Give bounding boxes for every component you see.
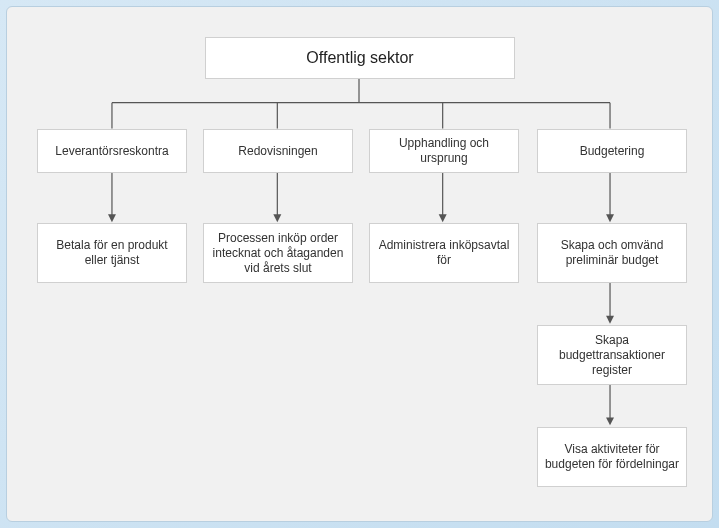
- node-accounts-payable: Leverantörsreskontra: [37, 129, 187, 173]
- node-admin-purchase-agreements: Administrera inköpsavtal för: [369, 223, 519, 283]
- svg-marker-17: [606, 417, 614, 425]
- node-create-budget-register: Skapa budgettransaktioner register: [537, 325, 687, 385]
- node-root: Offentlig sektor: [205, 37, 515, 79]
- node-procurement-sourcing: Upphandling och ursprung: [369, 129, 519, 173]
- diagram-canvas: Offentlig sektor Leverantörsreskontra Be…: [6, 6, 713, 522]
- svg-marker-15: [606, 316, 614, 324]
- svg-marker-13: [606, 214, 614, 222]
- node-pay-product-service: Betala för en produkt eller tjänst: [37, 223, 187, 283]
- node-budgeting: Budgetering: [537, 129, 687, 173]
- node-po-encumbrance-process: Processen inköp order intecknat och åtag…: [203, 223, 353, 283]
- svg-marker-11: [439, 214, 447, 222]
- node-view-budget-apportionments: Visa aktiviteter för budgeten för fördel…: [537, 427, 687, 487]
- svg-marker-9: [273, 214, 281, 222]
- node-general-ledger: Redovisningen: [203, 129, 353, 173]
- node-create-reverse-prelim-budget: Skapa och omvänd preliminär budget: [537, 223, 687, 283]
- svg-marker-7: [108, 214, 116, 222]
